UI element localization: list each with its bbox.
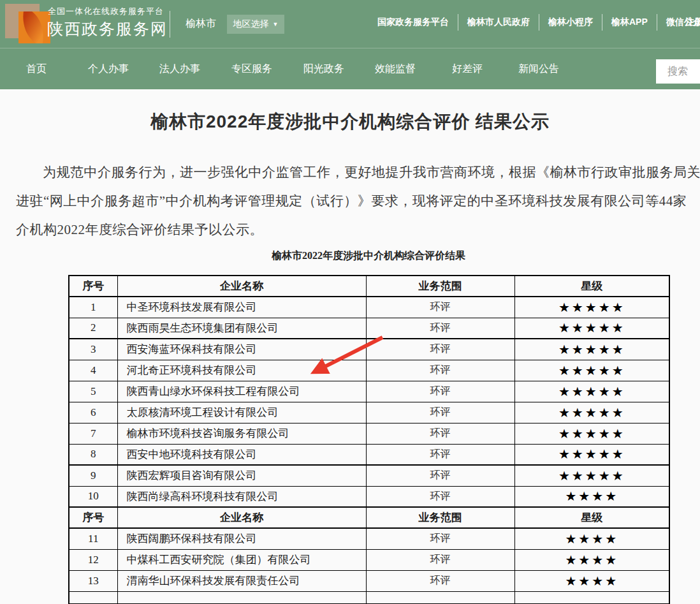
table-header-row: 序号企业名称业务范围星级: [69, 507, 669, 528]
no-cell: 3: [69, 339, 117, 360]
stars-cell: ★★★★: [514, 528, 669, 549]
region-select-label: 地区选择: [233, 18, 269, 30]
name-cell: 河北奇正环境科技有限公司: [117, 360, 366, 381]
top-link-2[interactable]: 榆林小程序: [539, 14, 602, 31]
table-row: 10陕西尚绿高科环境科技有限公司环评★★★★: [69, 486, 669, 507]
no-cell: 1: [69, 297, 117, 318]
nav-item-3[interactable]: 专区服务: [231, 63, 272, 76]
scope-cell: 环评: [366, 360, 514, 381]
scope-cell: 环评: [366, 465, 514, 486]
table-row: 9陕西宏辉项目咨询有限公司环评★★★★★: [69, 465, 669, 486]
site-title: 陕西政务服务网: [47, 18, 168, 40]
evaluation-results-table: 序号企业名称业务范围星级1中圣环境科技发展有限公司环评★★★★★2陕西雨昊生态环…: [68, 275, 670, 604]
table-row: 5陕西青山绿水环保科技工程有限公司环评★★★★★: [69, 381, 669, 402]
announcement-paragraph-line: 为规范中介服务行为，进一步强化中介监管工作，更好地提升我市营商环境，根据《榆林市…: [16, 163, 700, 181]
table-header-cell-2: 业务范围: [366, 276, 514, 297]
top-link-0[interactable]: 国家政务服务平台: [368, 14, 458, 31]
table-row-partial: [69, 591, 669, 604]
top-links: 国家政务服务平台榆林市人民政府榆林小程序榆林APP微信公众号: [368, 14, 700, 31]
no-cell: 8: [69, 444, 117, 465]
nav-item-1[interactable]: 个人办事: [88, 63, 129, 76]
table-row: 1中圣环境科技发展有限公司环评★★★★★: [69, 297, 669, 318]
table-header-cell-1: 企业名称: [117, 276, 366, 297]
scope-cell: 环评: [366, 423, 514, 444]
table-title: 榆林市2022年度涉批中介机构综合评价结果: [68, 249, 669, 263]
stars-cell: ★★★★★: [514, 423, 669, 444]
stars-cell: ★★★★★: [514, 318, 669, 339]
table-header-cell-2: 业务范围: [366, 507, 514, 528]
nav-item-7[interactable]: 新闻公告: [518, 63, 559, 76]
stars-cell: ★★★★: [514, 549, 669, 570]
nav-item-2[interactable]: 法人办事: [159, 63, 200, 76]
header-divider: [170, 11, 170, 38]
name-cell: 陕西宏辉项目咨询有限公司: [117, 465, 366, 486]
name-cell: 榆林市环境科技咨询服务有限公司: [117, 423, 366, 444]
empty-cell: [117, 591, 366, 604]
table-header-cell-3: 星级: [514, 507, 669, 528]
table-row: 6太原核清环境工程设计有限公司环评★★★★★: [69, 402, 669, 423]
table-row: 2陕西雨昊生态环境集团有限公司环评★★★★★: [69, 318, 669, 339]
nav-item-4[interactable]: 阳光政务: [303, 63, 344, 76]
name-cell: 中煤科工西安研究院（集团）有限公司: [117, 549, 366, 570]
page-title: 榆林市2022年度涉批中介机构综合评价 结果公示: [0, 110, 700, 134]
no-cell: 12: [69, 549, 117, 570]
name-cell: 渭南华山环保科技发展有限责任公司: [117, 570, 366, 591]
table-header-row: 序号企业名称业务范围星级: [69, 276, 669, 297]
table-row: 13渭南华山环保科技发展有限责任公司环评★★★★: [69, 570, 669, 591]
no-cell: 7: [69, 423, 117, 444]
no-cell: 9: [69, 465, 117, 486]
stars-cell: ★★★★: [514, 486, 669, 507]
nav-item-6[interactable]: 好差评: [452, 63, 483, 76]
top-link-1[interactable]: 榆林市人民政府: [458, 14, 539, 31]
stars-cell: ★★★★★: [514, 465, 669, 486]
empty-cell: [514, 591, 669, 604]
nav-item-5[interactable]: 效能监督: [375, 63, 416, 76]
empty-cell: [366, 591, 514, 604]
name-cell: 陕西青山绿水环保科技工程有限公司: [117, 381, 366, 402]
nav-item-0[interactable]: 首页: [26, 63, 47, 76]
scope-cell: 环评: [366, 297, 514, 318]
site-logo[interactable]: [5, 4, 51, 43]
register-link[interactable]: 注册: [685, 17, 700, 28]
table-row: 3西安海蓝环保科技有限公司环评★★★★★: [69, 339, 669, 360]
name-cell: 西安海蓝环保科技有限公司: [117, 339, 366, 360]
scope-cell: 环评: [366, 549, 514, 570]
stars-cell: ★★★★★: [514, 339, 669, 360]
site-header: 全国一体化在线政务服务平台 陕西政务服务网 榆林市 地区选择 ▼ 国家政务服务平…: [0, 0, 700, 48]
scope-cell: 环评: [366, 528, 514, 549]
no-cell: 11: [69, 528, 117, 549]
stars-cell: ★★★★★: [514, 297, 669, 318]
table-header-cell-0: 序号: [69, 276, 117, 297]
main-nav: 首页个人办事法人办事专区服务阳光政务效能监督好差评新闻公告: [0, 48, 700, 89]
no-cell: 10: [69, 486, 117, 507]
logo-leaf-icon: [18, 11, 49, 43]
no-cell: 2: [69, 318, 117, 339]
scope-cell: 环评: [366, 570, 514, 591]
stars-cell: ★★★★★: [514, 402, 669, 423]
scope-cell: 环评: [366, 381, 514, 402]
scope-cell: 环评: [366, 444, 514, 465]
scope-cell: 环评: [366, 486, 514, 507]
table-row: 11陕西阔鹏环保科技有限公司环评★★★★: [69, 528, 669, 549]
region-select-button[interactable]: 地区选择 ▼: [227, 15, 284, 34]
top-link-3[interactable]: 榆林APP: [602, 14, 657, 31]
no-cell: 4: [69, 360, 117, 381]
name-cell: 太原核清环境工程设计有限公司: [117, 402, 366, 423]
name-cell: 西安中地环境科技有限公司: [117, 444, 366, 465]
scope-cell: 环评: [366, 402, 514, 423]
name-cell: 陕西尚绿高科环境科技有限公司: [117, 486, 366, 507]
empty-cell: [69, 591, 117, 604]
name-cell: 陕西阔鹏环保科技有限公司: [117, 528, 366, 549]
search-input[interactable]: [656, 59, 700, 84]
search-box: [656, 59, 700, 84]
no-cell: 6: [69, 402, 117, 423]
stars-cell: ★★★★★: [514, 444, 669, 465]
table-row: 4河北奇正环境科技有限公司环评★★★★★: [69, 360, 669, 381]
no-cell: 5: [69, 381, 117, 402]
name-cell: 陕西雨昊生态环境集团有限公司: [117, 318, 366, 339]
current-city-label: 榆林市: [186, 17, 216, 31]
logo-orange-square: [18, 11, 50, 43]
announcement-paragraph-line: 进驻“网上中介服务超市”中介机构考评管理规定（试行）》要求，现将评定的中圣环境科…: [16, 192, 687, 210]
table-row: 8西安中地环境科技有限公司环评★★★★★: [69, 444, 669, 465]
scope-cell: 环评: [366, 318, 514, 339]
